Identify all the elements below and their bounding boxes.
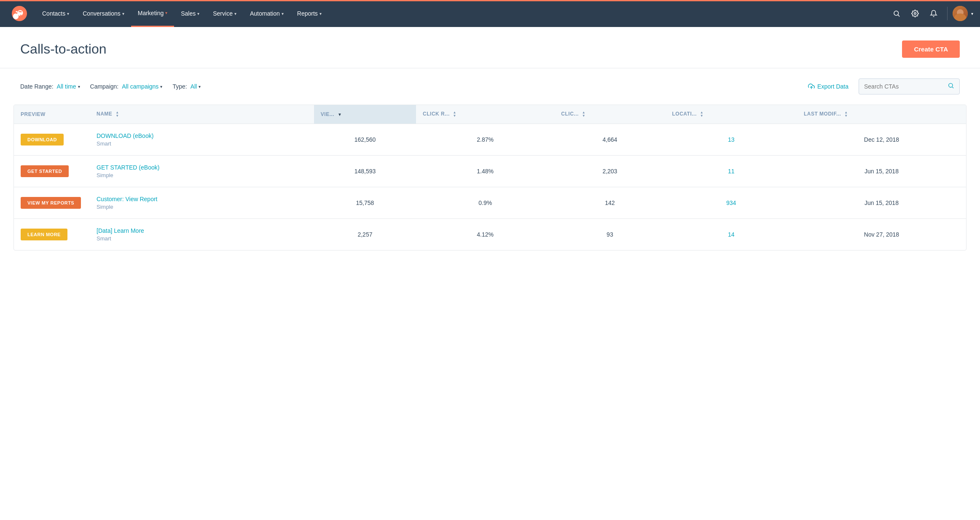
views-cell-1: 148,593 (314, 156, 416, 187)
col-locations[interactable]: LOCATI... ▲ ▼ (666, 105, 797, 124)
date-range-select[interactable]: All time ▾ (57, 83, 80, 90)
views-cell-0: 162,560 (314, 124, 416, 156)
col-preview-label: PREVIEW (21, 111, 46, 117)
col-views-label: VIE... (321, 111, 334, 117)
search-input[interactable] (864, 83, 948, 90)
table-row: GET STARTED GET STARTED (eBook) Simple 1… (14, 156, 966, 187)
notifications-button[interactable] (925, 5, 942, 22)
preview-cell-3: LEARN MORE (14, 219, 90, 251)
nav-contacts[interactable]: Contacts ▾ (35, 0, 76, 27)
click-rate-cell-2: 0.9% (416, 187, 554, 219)
name-link-0[interactable]: DOWNLOAD (eBook) (97, 132, 307, 139)
locations-value-2[interactable]: 934 (726, 199, 736, 206)
nav-conversations-label: Conversations (83, 10, 121, 17)
type-select[interactable]: All ▾ (191, 83, 201, 90)
locations-value-1[interactable]: 11 (728, 168, 735, 175)
page-header: Calls-to-action Create CTA (0, 27, 980, 68)
cta-preview-btn-0[interactable]: DOWNLOAD (21, 134, 64, 145)
views-cell-2: 15,758 (314, 187, 416, 219)
col-click-rate[interactable]: CLICK R... ▲ ▼ (416, 105, 554, 124)
user-avatar[interactable] (953, 6, 968, 21)
search-box[interactable] (859, 78, 960, 94)
name-cell-0: DOWNLOAD (eBook) Smart (90, 124, 314, 156)
name-link-3[interactable]: [Data] Learn More (97, 227, 307, 234)
cta-preview-btn-1[interactable]: GET STARTED (21, 165, 69, 177)
click-rate-sort-icons: ▲ ▼ (453, 111, 456, 118)
locations-cell-3[interactable]: 14 (666, 219, 797, 251)
clicks-cell-3: 93 (554, 219, 665, 251)
campaign-chevron: ▾ (160, 84, 162, 89)
last-modified-cell-3: Nov 27, 2018 (797, 219, 966, 251)
name-type-2: Simple (97, 204, 113, 210)
nav-service-chevron: ▾ (234, 11, 236, 16)
last-modified-cell-1: Jun 15, 2018 (797, 156, 966, 187)
name-link-1[interactable]: GET STARTED (eBook) (97, 164, 307, 171)
settings-button[interactable] (907, 5, 924, 22)
col-clicks-label: CLIC... (561, 111, 579, 117)
nav-sales[interactable]: Sales ▾ (174, 0, 206, 27)
locations-cell-1[interactable]: 11 (666, 156, 797, 187)
avatar-chevron[interactable]: ▾ (971, 11, 973, 16)
nav-service-label: Service (213, 10, 233, 17)
table-body: DOWNLOAD DOWNLOAD (eBook) Smart 162,560 … (14, 124, 966, 251)
col-locations-label: LOCATI... (672, 111, 697, 117)
svg-line-7 (952, 87, 953, 88)
col-preview: PREVIEW (14, 105, 90, 124)
last-modified-cell-0: Dec 12, 2018 (797, 124, 966, 156)
nav-reports-label: Reports (297, 10, 318, 17)
name-cell-3: [Data] Learn More Smart (90, 219, 314, 251)
date-range-value: All time (57, 83, 76, 90)
name-type-3: Smart (97, 235, 111, 242)
clicks-cell-0: 4,664 (554, 124, 665, 156)
campaign-label: Campaign: (90, 83, 119, 90)
locations-sort-icons: ▲ ▼ (700, 111, 703, 118)
campaign-select[interactable]: All campaigns ▾ (122, 83, 162, 90)
click-rate-cell-1: 1.48% (416, 156, 554, 187)
locations-value-0[interactable]: 13 (728, 136, 735, 143)
col-last-modified[interactable]: LAST MODIF... ▲ ▼ (797, 105, 966, 124)
name-cell-1: GET STARTED (eBook) Simple (90, 156, 314, 187)
nav-reports[interactable]: Reports ▾ (290, 0, 328, 27)
cta-preview-btn-3[interactable]: LEARN MORE (21, 229, 67, 240)
clicks-cell-2: 142 (554, 187, 665, 219)
col-views[interactable]: VIE... ▼ (314, 105, 416, 124)
locations-cell-2[interactable]: 934 (666, 187, 797, 219)
nav-contacts-chevron: ▾ (67, 11, 69, 16)
name-link-2[interactable]: Customer: View Report (97, 196, 307, 202)
name-sort-icons: ▲ ▼ (115, 111, 119, 118)
svg-line-3 (898, 15, 899, 16)
nav-service[interactable]: Service ▾ (206, 0, 243, 27)
export-label: Export Data (817, 83, 848, 90)
avatar-image (953, 6, 968, 21)
nav-marketing-chevron: ▾ (165, 11, 167, 15)
svg-point-4 (914, 13, 916, 15)
cta-preview-btn-2[interactable]: VIEW MY REPORTS (21, 197, 81, 209)
export-button[interactable]: Export Data (808, 83, 848, 90)
nav-items: Contacts ▾ Conversations ▾ Marketing ▾ S… (35, 0, 888, 27)
hubspot-logo[interactable] (7, 6, 32, 21)
nav-reports-chevron: ▾ (320, 11, 322, 16)
locations-cell-0[interactable]: 13 (666, 124, 797, 156)
nav-automation-chevron: ▾ (282, 11, 284, 16)
create-cta-button[interactable]: Create CTA (902, 40, 960, 58)
nav-marketing[interactable]: Marketing ▾ (131, 0, 174, 27)
col-click-rate-label: CLICK R... (423, 111, 450, 117)
locations-value-3[interactable]: 14 (728, 231, 735, 238)
campaign-filter: Campaign: All campaigns ▾ (90, 83, 163, 90)
search-button[interactable] (888, 5, 905, 22)
type-chevron: ▾ (199, 84, 201, 89)
nav-automation[interactable]: Automation ▾ (243, 0, 290, 27)
campaign-value: All campaigns (122, 83, 158, 90)
name-type-1: Simple (97, 172, 113, 178)
nav-contacts-label: Contacts (42, 10, 65, 17)
svg-point-2 (894, 11, 899, 16)
col-clicks[interactable]: CLIC... ▲ ▼ (554, 105, 665, 124)
nav-sales-label: Sales (181, 10, 196, 17)
filters-bar: Date Range: All time ▾ Campaign: All cam… (0, 68, 980, 105)
table-header: PREVIEW NAME ▲ ▼ VIE... ▼ CLICK R... (14, 105, 966, 124)
views-sort-arrow: ▼ (338, 112, 342, 117)
col-name[interactable]: NAME ▲ ▼ (90, 105, 314, 124)
page-title: Calls-to-action (20, 41, 107, 57)
name-cell-2: Customer: View Report Simple (90, 187, 314, 219)
nav-conversations[interactable]: Conversations ▾ (76, 0, 131, 27)
